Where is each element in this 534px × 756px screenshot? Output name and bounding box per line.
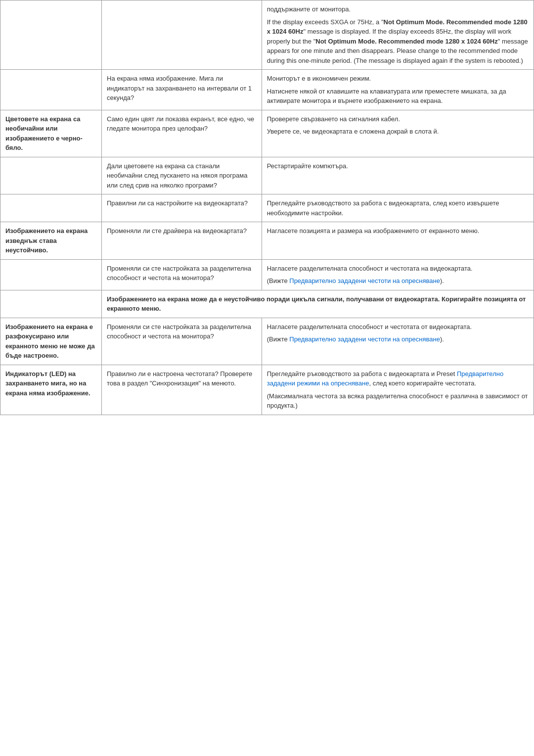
para: Мониторът е в икономичен режим. <box>267 74 529 84</box>
col1-cell <box>0 290 102 318</box>
para: Променяли си сте настройката за разделит… <box>107 322 257 341</box>
col1-cell-colors: Цветовете на екрана са необичайни или из… <box>0 110 102 157</box>
table-row: Променяли си сте настройката за разделит… <box>0 259 534 290</box>
col2-cell: Променяли си сте настройката за разделит… <box>102 259 262 290</box>
col1-cell <box>0 70 102 110</box>
col1-cell <box>0 157 102 194</box>
para: Само един цвят ли показва екранът, все е… <box>107 114 257 134</box>
col3-cell: Прегледайте ръководството за работа с ви… <box>262 365 534 415</box>
para: Нагласете позицията и размера на изображ… <box>267 226 529 236</box>
para: Уверете се, че видеокартата е сложена до… <box>267 127 529 137</box>
preset-link-2[interactable]: Предварително зададени честоти на опресн… <box>289 335 440 343</box>
para: Дали цветовете на екрана са станали необ… <box>107 161 257 190</box>
col2-cell: Променяли си сте настройката за разделит… <box>102 318 262 365</box>
col2-3-cell-bold-note: Изображението на екрана може да е неусто… <box>102 290 534 318</box>
para: Нагласете разделителната способност и че… <box>267 322 529 332</box>
col3-cell: Нагласете позицията и размера на изображ… <box>262 222 534 260</box>
col2-cell: На екрана няма изображение. Мига ли инди… <box>102 70 262 110</box>
col3-cell: поддържаните от монитора. If the display… <box>262 0 534 70</box>
col3-cell: Рестартирайте компютъра. <box>262 157 534 194</box>
para: Рестартирайте компютъра. <box>267 161 529 171</box>
col3-cell: Прегледайте ръководството за работа с ви… <box>262 194 534 222</box>
para: поддържаните от монитора. <box>267 4 529 14</box>
para: (Вижте Предварително зададени честоти на… <box>267 276 529 286</box>
col1-cell <box>0 0 102 70</box>
para: Проверете свързването на сигналния кабел… <box>267 114 529 124</box>
para: Прегледайте ръководството за работа с ви… <box>267 369 529 388</box>
bold-text: Not Optimum Mode. Recommended mode 1280 … <box>267 18 528 36</box>
table-row: На екрана няма изображение. Мига ли инди… <box>0 70 534 110</box>
table-row: Изображението на екрана изведнъж става н… <box>0 222 534 260</box>
para: Променяли ли сте драйвера на видеокартат… <box>107 226 257 236</box>
col2-cell: Правилно ли е настроена честотата? Прове… <box>102 365 262 415</box>
col2-cell: Правилни ли са настройките на видеокарта… <box>102 194 262 222</box>
col1-cell-unstable: Изображението на екрана изведнъж става н… <box>0 222 102 260</box>
table-row: поддържаните от монитора. If the display… <box>0 0 534 70</box>
col2-cell: Променяли ли сте драйвера на видеокартат… <box>102 222 262 260</box>
preset-link-3[interactable]: Предварително зададени режими на опресня… <box>267 370 503 387</box>
col1-cell-led: Индикаторът (LED) на захранването мига, … <box>0 365 102 415</box>
col2-cell <box>102 0 262 70</box>
para: Променяли си сте настройката за разделит… <box>107 264 257 283</box>
para: Правилно ли е настроена честотата? Прове… <box>107 369 257 388</box>
col2-cell: Само един цвят ли показва екранът, все е… <box>102 110 262 157</box>
col1-cell-unfocused: Изображението на екрана е разфокусирано … <box>0 318 102 365</box>
para: Правилни ли са настройките на видеокарта… <box>107 198 257 208</box>
col1-cell <box>0 259 102 290</box>
col3-cell: Нагласете разделителната способност и че… <box>262 318 534 365</box>
col1-cell <box>0 194 102 222</box>
para: (Вижте Предварително зададени честоти на… <box>267 334 529 344</box>
para: Нагласете разделителната способност и че… <box>267 264 529 274</box>
col2-cell: Дали цветовете на екрана са станали необ… <box>102 157 262 194</box>
col3-cell: Мониторът е в икономичен режим. Натиснет… <box>262 70 534 110</box>
para: Натиснете някой от клавишите на клавиату… <box>267 87 529 106</box>
col3-cell: Нагласете разделителната способност и че… <box>262 259 534 290</box>
para: (Максималната честота за всяка разделите… <box>267 391 529 411</box>
para: If the display exceeds SXGA or 75Hz, a "… <box>267 17 529 66</box>
bold-note-para: Изображението на екрана може да е неусто… <box>107 294 529 314</box>
bold-text: Not Optimum Mode. Recommended mode 1280 … <box>315 38 497 45</box>
table-row: Изображението на екрана е разфокусирано … <box>0 318 534 365</box>
preset-link-1[interactable]: Предварително зададени честоти на опресн… <box>289 277 440 284</box>
col3-cell: Проверете свързването на сигналния кабел… <box>262 110 534 157</box>
table-row: Дали цветовете на екрана са станали необ… <box>0 157 534 194</box>
table-row: Правилни ли са настройките на видеокарта… <box>0 194 534 222</box>
table-row: Индикаторът (LED) на захранването мига, … <box>0 365 534 415</box>
table-row-note: Изображението на екрана може да е неусто… <box>0 290 534 318</box>
para: Прегледайте ръководството за работа с ви… <box>267 198 529 218</box>
table-row: Цветовете на екрана са необичайни или из… <box>0 110 534 157</box>
para: На екрана няма изображение. Мига ли инди… <box>107 74 257 103</box>
